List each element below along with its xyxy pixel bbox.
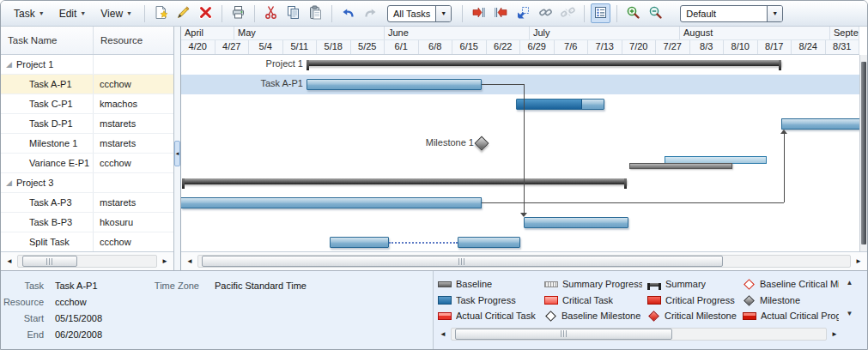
chart-hscroll-track[interactable]: [197, 255, 851, 268]
week-label[interactable]: 7/27: [656, 40, 690, 54]
scroll-left-icon[interactable]: ◄: [184, 255, 196, 268]
scroll-left-icon[interactable]: ◄: [3, 255, 15, 268]
zoom-preset-value: Default: [681, 9, 767, 19]
outdent-button[interactable]: [491, 3, 511, 23]
redo-button[interactable]: [361, 3, 380, 23]
week-label[interactable]: 4/20: [181, 40, 215, 54]
legend-hscroll-thumb[interactable]: [455, 329, 672, 340]
table-row-task-b-p3[interactable]: Task B-P3hkosuru: [1, 213, 173, 232]
link-button[interactable]: [536, 3, 555, 23]
table-row-task-a-p1[interactable]: Task A-P1ccchow: [1, 75, 173, 94]
gantt-bar-split-task-segment-1[interactable]: [330, 237, 389, 248]
splitter-collapse-handle[interactable]: ◄: [174, 141, 180, 166]
chart-hscrollbar[interactable]: ◄ ►: [181, 251, 867, 270]
week-label[interactable]: 6/1: [385, 40, 419, 54]
week-label[interactable]: 6/15: [452, 40, 487, 54]
week-label[interactable]: 6/22: [487, 40, 521, 54]
zoom-in-button[interactable]: [623, 3, 643, 23]
gantt-bar-project-3[interactable]: [182, 178, 627, 184]
week-label[interactable]: 8/24: [792, 40, 826, 54]
gantt-bar-task-a-p3[interactable]: [181, 197, 482, 208]
actual-critical-progress-swatch-icon: [743, 312, 756, 320]
gantt-bar-task-d-p1[interactable]: [781, 118, 859, 130]
scroll-right-icon[interactable]: ►: [159, 255, 171, 268]
task-name-cell: Split Task: [1, 232, 94, 251]
table-hscrollbar[interactable]: ◄ ►: [1, 251, 173, 270]
gantt-bar-split-task-segment-2[interactable]: [458, 237, 520, 248]
menu-edit[interactable]: Edit▼: [53, 5, 93, 22]
resource-cell: ccchow: [94, 232, 173, 251]
table-row-split-task[interactable]: Split Taskccchow: [1, 232, 173, 251]
pencil-icon: [176, 5, 191, 21]
expand-toggle-icon[interactable]: ◢: [6, 60, 12, 69]
show-properties-toggle[interactable]: [591, 3, 610, 23]
clipboard-icon: [308, 5, 323, 21]
table-row-task-c-p1[interactable]: Task C-P1kmachos: [1, 94, 173, 114]
zoom-preset-dropdown[interactable]: Default ▼: [680, 5, 783, 22]
gantt-bar-project-1[interactable]: [307, 60, 781, 66]
week-label[interactable]: 5/25: [351, 40, 385, 54]
week-label[interactable]: 7/6: [555, 40, 589, 54]
copy-button[interactable]: [283, 3, 303, 23]
scroll-left-icon[interactable]: ◄: [437, 328, 449, 341]
week-label[interactable]: 5/4: [249, 40, 283, 54]
table-row-project-3[interactable]: ◢Project 3: [1, 173, 173, 193]
menu-view[interactable]: View▼: [94, 5, 138, 22]
zoom-out-button[interactable]: [646, 3, 665, 23]
resource-cell: ccchow: [94, 154, 173, 172]
change-parent-button[interactable]: [513, 3, 533, 23]
timeline-months-row: AprilMayJuneJulyAugustSeptember: [181, 27, 859, 40]
gantt-bar-task-c-p1[interactable]: [516, 99, 604, 110]
week-label[interactable]: 8/31: [826, 40, 860, 54]
chart-vscrollbar[interactable]: [859, 55, 867, 251]
week-label[interactable]: 8/10: [724, 40, 758, 54]
week-label[interactable]: 7/13: [588, 40, 622, 54]
table-row-task-a-p3[interactable]: Task A-P3mstarets: [1, 193, 173, 213]
column-header-task-name[interactable]: Task Name: [1, 27, 94, 54]
expand-toggle-icon[interactable]: ◢: [6, 178, 12, 187]
legend-scroll-up-icon[interactable]: ▲: [844, 277, 855, 288]
delete-task-button[interactable]: [196, 3, 215, 23]
legend-hscrollbar[interactable]: ◄ ►: [437, 325, 841, 342]
gantt-bar-task-a-p1[interactable]: [307, 79, 482, 90]
column-header-resource[interactable]: Resource: [94, 27, 173, 54]
week-label[interactable]: 5/18: [317, 40, 351, 54]
scroll-right-icon[interactable]: ►: [829, 328, 841, 341]
table-hscroll-track[interactable]: [17, 255, 157, 268]
week-label[interactable]: 6/29: [520, 40, 555, 54]
unlink-button[interactable]: [558, 3, 578, 23]
scroll-grip-icon: [561, 330, 568, 337]
table-row-milestone-1[interactable]: Milestone 1mstarets: [1, 134, 173, 154]
week-label[interactable]: 4/27: [215, 40, 250, 54]
legend-scroll-down-icon[interactable]: ▼: [844, 308, 855, 319]
gantt-bar-milestone-1[interactable]: [475, 136, 489, 151]
pane-splitter[interactable]: ◄: [174, 27, 181, 270]
chevron-down-icon[interactable]: ▼: [767, 6, 782, 21]
undo-button[interactable]: [338, 3, 358, 23]
chevron-down-icon[interactable]: ▼: [435, 6, 451, 21]
table-hscroll-thumb[interactable]: [22, 256, 77, 267]
paste-button[interactable]: [306, 3, 325, 23]
delete-x-icon: [198, 5, 213, 21]
week-label[interactable]: 7/20: [622, 40, 657, 54]
week-label[interactable]: 5/11: [283, 40, 318, 54]
scroll-right-icon[interactable]: ►: [853, 255, 865, 268]
table-row-task-d-p1[interactable]: Task D-P1mstarets: [1, 114, 173, 134]
chart-vscroll-thumb[interactable]: [861, 62, 866, 244]
chart-hscroll-thumb[interactable]: [202, 256, 723, 267]
print-button[interactable]: [228, 3, 248, 23]
indent-button[interactable]: [469, 3, 489, 23]
table-row-variance-e-p1[interactable]: Variance E-P1ccchow: [1, 154, 173, 173]
edit-task-button[interactable]: [173, 3, 193, 23]
gantt-bar-task-b-p3[interactable]: [524, 217, 628, 228]
task-filter-dropdown[interactable]: All Tasks ▼: [387, 5, 452, 22]
menu-task[interactable]: Task▼: [8, 5, 51, 22]
cut-button[interactable]: [261, 3, 281, 23]
critical-milestone-swatch-icon: [648, 311, 659, 322]
week-label[interactable]: 8/17: [758, 40, 792, 54]
week-label[interactable]: 6/8: [419, 40, 453, 54]
legend-hscroll-track[interactable]: [451, 328, 827, 341]
new-task-button[interactable]: [151, 3, 171, 23]
week-label[interactable]: 8/3: [690, 40, 725, 54]
table-row-project-1[interactable]: ◢Project 1: [1, 55, 173, 75]
